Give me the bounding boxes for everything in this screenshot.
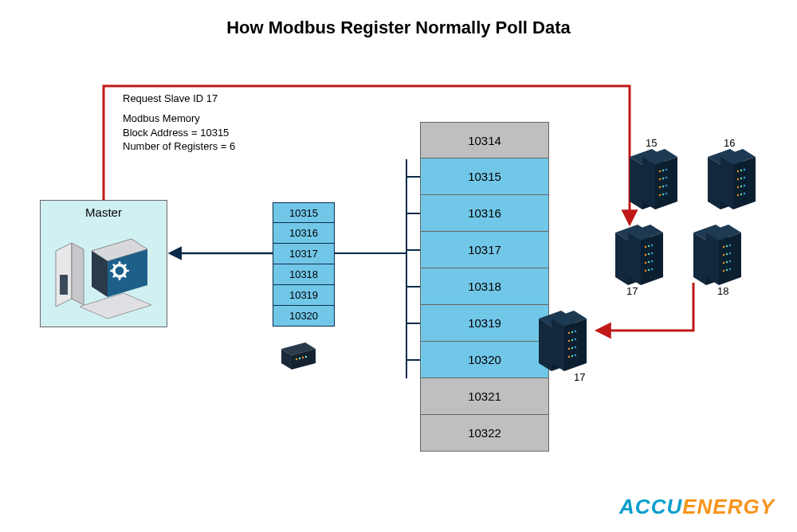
brand-logo: ACCUENERGY bbox=[619, 495, 775, 519]
svg-point-20 bbox=[302, 357, 304, 358]
memory-line2: Number of Registers = 6 bbox=[123, 139, 235, 154]
svg-point-21 bbox=[305, 356, 307, 358]
svg-line-16 bbox=[113, 275, 116, 277]
mem-row: 10319 bbox=[420, 305, 549, 342]
mem-row: 10320 bbox=[420, 342, 549, 378]
svg-point-18 bbox=[296, 358, 297, 360]
logo-part-a: ACCU bbox=[619, 495, 682, 518]
slave-label: 18 bbox=[717, 285, 728, 297]
slave-label: 15 bbox=[646, 137, 657, 149]
slave-server-icon bbox=[700, 223, 748, 287]
svg-line-15 bbox=[124, 275, 126, 277]
svg-point-19 bbox=[299, 358, 300, 359]
diagram-title: How Modbus Register Normally Poll Data bbox=[0, 18, 797, 38]
logo-part-b: ENERGY bbox=[682, 495, 775, 518]
network-switch-icon bbox=[277, 341, 317, 373]
selected-slave-icon bbox=[545, 309, 593, 373]
mem-row: 10318 bbox=[420, 268, 549, 305]
slave-label: 17 bbox=[626, 285, 638, 297]
mem-row: 10316 bbox=[420, 195, 549, 232]
svg-line-14 bbox=[113, 264, 116, 267]
request-arrow bbox=[104, 86, 630, 223]
mem-row: 10317 bbox=[420, 232, 549, 268]
slave-server-icon bbox=[714, 147, 762, 211]
mem-row: 10314 bbox=[420, 122, 549, 158]
master-label: Master bbox=[40, 205, 167, 219]
memory-heading: Modbus Memory bbox=[123, 111, 235, 126]
memory-line1: Block Address = 10315 bbox=[123, 126, 235, 140]
response-reg: 10320 bbox=[273, 306, 335, 327]
svg-line-17 bbox=[124, 264, 126, 267]
mem-row: 10315 bbox=[420, 158, 549, 195]
selected-slave-label: 17 bbox=[574, 371, 585, 383]
response-reg: 10317 bbox=[273, 244, 335, 264]
slave-label: 16 bbox=[724, 137, 735, 149]
memory-block: Modbus Memory Block Address = 10315 Numb… bbox=[123, 111, 235, 154]
response-reg: 10315 bbox=[273, 202, 335, 223]
response-reg: 10316 bbox=[273, 223, 335, 244]
slave-server-icon bbox=[622, 223, 669, 287]
slave-select-arrow bbox=[598, 283, 693, 331]
slave-server-icon bbox=[636, 147, 684, 211]
mem-row: 10322 bbox=[420, 415, 549, 452]
memory-map-stack: 10314 10315 10316 10317 10318 10319 1032… bbox=[420, 122, 549, 452]
svg-rect-8 bbox=[60, 275, 68, 295]
response-register-stack: 10315 10316 10317 10318 10319 10320 bbox=[273, 202, 335, 327]
response-reg: 10318 bbox=[273, 264, 335, 285]
request-label: Request Slave ID 17 bbox=[123, 92, 218, 104]
response-reg: 10319 bbox=[273, 285, 335, 306]
master-computer-icon bbox=[48, 235, 159, 323]
mem-row: 10321 bbox=[420, 378, 549, 415]
